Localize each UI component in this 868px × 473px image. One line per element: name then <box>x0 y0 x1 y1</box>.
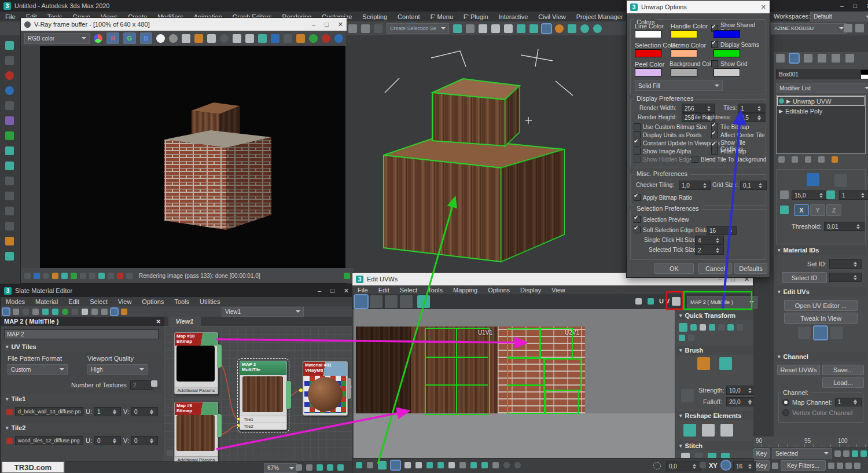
align-vertical-icon[interactable] <box>700 324 706 331</box>
line-color-swatch[interactable] <box>635 30 661 38</box>
render-width-spinner[interactable]: 256 <box>682 104 715 113</box>
align-y-button[interactable]: Y <box>810 204 825 216</box>
relax-brush-icon[interactable] <box>719 357 732 370</box>
vray-status-icon[interactable] <box>34 273 40 279</box>
configure-modifier-icon[interactable] <box>832 156 838 163</box>
pan-hand-icon[interactable] <box>837 463 843 469</box>
reshape-cube-teal-icon[interactable] <box>702 424 715 437</box>
num-textures-field[interactable]: 2 <box>130 380 153 390</box>
brush-select-icon[interactable] <box>492 462 499 468</box>
zoom-region-icon[interactable] <box>860 450 867 457</box>
left-toolbar-icon[interactable] <box>5 131 14 140</box>
left-toolbar-icon[interactable] <box>5 207 14 215</box>
sme-menu-tools[interactable]: Tools <box>169 298 194 305</box>
vray-channel-dropdown[interactable]: RGB color <box>24 33 90 44</box>
blend-tile-checkbox[interactable] <box>692 156 698 163</box>
align-horizontal-icon[interactable] <box>690 324 697 331</box>
sme-panel-header[interactable]: MAP 2 ( MultiTile ) ✕ <box>1 317 164 326</box>
material-preview-icon[interactable] <box>111 309 117 315</box>
maximize-icon[interactable]: □ <box>330 287 334 294</box>
reshape-cube-icon[interactable] <box>720 424 733 437</box>
map-channel-radio[interactable] <box>782 399 789 406</box>
grow-selection-icon[interactable] <box>415 462 422 468</box>
grid-texture-icon[interactable] <box>648 298 654 305</box>
pan-hand-icon[interactable] <box>296 464 302 471</box>
render-production-icon[interactable] <box>580 24 589 33</box>
close-icon[interactable]: ✕ <box>344 287 349 295</box>
falloff-spinner[interactable]: 20,0 <box>726 397 753 406</box>
scene-explorer-icon[interactable] <box>491 24 500 33</box>
reset-uvws-button[interactable]: Reset UVWs <box>777 365 820 375</box>
sme-node-canvas[interactable]: Map #10Bitmap Additional Params Map #6Bi… <box>164 326 352 462</box>
falloff-space-icon[interactable] <box>722 461 730 470</box>
cancel-button[interactable]: Cancel <box>698 263 732 274</box>
minimize-icon[interactable]: – <box>318 287 321 294</box>
bitmap-node-map6[interactable]: Map #6Bitmap Additional Params <box>174 402 218 462</box>
delete-selected-icon[interactable] <box>32 309 39 315</box>
left-toolbar-icon[interactable] <box>5 71 14 80</box>
sme-menu-edit[interactable]: Edit <box>63 298 84 305</box>
space-vertical-icon[interactable] <box>688 335 694 341</box>
vray-status-icon[interactable] <box>61 273 68 279</box>
rotate-tool-icon[interactable] <box>370 295 382 308</box>
left-toolbar-icon[interactable] <box>5 56 14 65</box>
load-uvws-button[interactable]: Load... <box>822 377 864 388</box>
relax-icon[interactable] <box>737 324 743 331</box>
pin-stack-icon[interactable] <box>778 156 785 163</box>
uv-shell[interactable] <box>539 328 573 359</box>
stitch-rollout[interactable]: Stitch <box>676 441 753 450</box>
modifier-editable-poly[interactable]: ▶ Editable Poly <box>778 107 864 115</box>
rendered-frame-icon[interactable] <box>568 24 576 33</box>
zoom-region-icon[interactable] <box>317 464 323 471</box>
named-selection-dropdown[interactable]: AZINE KOGUSU <box>771 23 847 34</box>
edge-snap-icon[interactable] <box>481 462 488 468</box>
key-filters-button[interactable]: Key Filters... <box>781 460 826 471</box>
select-tool-icon[interactable] <box>3 309 9 315</box>
shared-color-swatch[interactable] <box>713 30 740 38</box>
mirror-tool-icon[interactable] <box>417 295 430 308</box>
mono-channel-icon[interactable] <box>156 34 165 43</box>
small-box[interactable] <box>432 79 520 146</box>
menu-f-menu[interactable]: F' Menu <box>425 13 458 20</box>
menu-f-plugin[interactable]: F' Plugin <box>458 13 493 20</box>
planar-map-icon[interactable] <box>807 173 819 186</box>
vraymtl-node[interactable]: Material #31VRayMtl <box>303 361 348 416</box>
align-x-button[interactable]: X <box>794 204 809 216</box>
modifier-unwrap-uvw[interactable]: ▶ Unwrap UVW <box>778 97 864 105</box>
unwrap-options-title-bar[interactable]: 3 Unwrap Options ✕ <box>627 1 770 13</box>
sme-menu-view[interactable]: View <box>113 298 137 305</box>
rotate-cw-icon[interactable] <box>679 335 685 341</box>
redo-icon[interactable] <box>361 24 370 33</box>
point-snap-icon[interactable] <box>470 462 477 468</box>
menu-content[interactable]: Content <box>392 13 425 20</box>
align-z-button[interactable]: Z <box>826 204 841 216</box>
threshold-spinner[interactable]: 0,01 <box>824 222 865 231</box>
set-key-button[interactable]: Key <box>753 448 770 459</box>
checker-pattern-icon[interactable] <box>635 298 642 305</box>
schematic-view-icon[interactable] <box>542 24 551 33</box>
menu-project-manager[interactable]: Project Manager <box>571 13 628 20</box>
angle-snap-icon[interactable] <box>855 24 864 32</box>
align-icon[interactable] <box>466 24 475 33</box>
vertex-mode-icon[interactable] <box>356 462 362 468</box>
hit-size-spinner[interactable]: 4 <box>695 236 724 245</box>
left-toolbar-icon[interactable] <box>5 41 14 50</box>
close-icon[interactable]: ✕ <box>156 318 161 325</box>
element-mode-icon[interactable] <box>391 461 400 470</box>
hide-unused-slots-icon[interactable] <box>52 309 58 315</box>
uv-manual-update-icon[interactable] <box>830 327 843 339</box>
uv-shell[interactable] <box>543 358 582 391</box>
move-tool-icon[interactable] <box>355 295 367 308</box>
uvw-menu-select[interactable]: Select <box>395 287 423 294</box>
tile1-rollout[interactable]: Tile1 <box>3 394 162 404</box>
save-image-icon[interactable] <box>182 34 190 43</box>
maximize-icon[interactable]: □ <box>853 2 857 9</box>
select-id-button[interactable]: Select ID <box>782 272 827 283</box>
key-paw-icon[interactable] <box>772 463 778 469</box>
left-toolbar-icon[interactable] <box>5 177 14 185</box>
tick-size-spinner[interactable]: 2 <box>695 245 724 255</box>
vertex-color-radio[interactable] <box>782 409 789 416</box>
menu-scripting[interactable]: Scripting <box>357 13 392 20</box>
left-toolbar-icon[interactable] <box>5 86 14 95</box>
render-gear-icon[interactable] <box>555 24 564 33</box>
